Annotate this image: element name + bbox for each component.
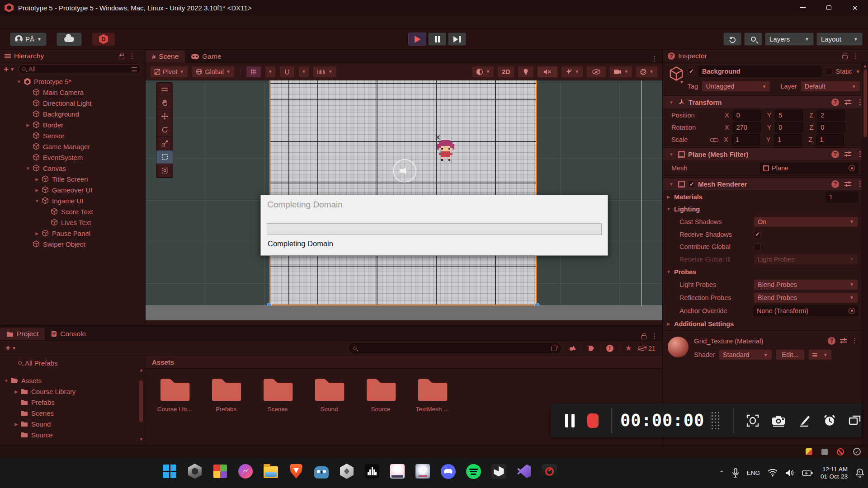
hierarchy-item[interactable]: Directional Light ⋮ — [0, 98, 145, 108]
camera-icon[interactable] — [771, 414, 786, 427]
recorder-pause-button[interactable] — [565, 414, 575, 427]
foldout-arrow-icon[interactable] — [13, 422, 20, 427]
tag-dropdown[interactable]: Untagged▼ — [702, 81, 770, 92]
taskbar-item[interactable] — [463, 461, 484, 485]
asset-folder-tile[interactable]: Course Lib... — [154, 375, 195, 413]
favorite-all-prefabs[interactable]: All Prefabs — [0, 357, 145, 369]
step-button[interactable] — [448, 33, 466, 46]
hierarchy-tab[interactable]: Hierarchy — [14, 52, 44, 60]
scene-audio-button[interactable] — [537, 66, 558, 78]
pivot-toggle-button[interactable]: Pivot▼ — [150, 66, 188, 78]
tray-overflow-button[interactable]: ⌃ — [719, 469, 724, 476]
hierarchy-item[interactable]: Title Screen ⋮ — [0, 174, 145, 184]
audio-listener-gizmo[interactable] — [393, 159, 416, 183]
mesh-object-field[interactable]: Plane — [760, 163, 858, 174]
taskbar-item[interactable] — [159, 461, 180, 485]
palette-drag-handle[interactable] — [156, 83, 173, 96]
tab-project[interactable]: Project — [0, 328, 45, 340]
asset-folder-tile[interactable]: Source — [360, 375, 401, 413]
collab-disabled-icon[interactable] — [837, 448, 844, 455]
search-button[interactable] — [744, 33, 762, 46]
shader-dropdown[interactable]: Standard▼ — [719, 349, 772, 360]
foldout-arrow-icon[interactable] — [33, 177, 41, 182]
project-tree-item[interactable]: Prefabs — [0, 397, 145, 408]
monitor-copy-icon[interactable] — [848, 414, 862, 427]
tab-scene[interactable]: # Scene — [146, 50, 185, 63]
hierarchy-item[interactable]: Canvas ⋮ — [0, 163, 145, 174]
2d-mode-button[interactable]: 2D — [497, 66, 514, 78]
hierarchy-item[interactable]: Pause Panel ⋮ — [0, 228, 145, 239]
taskbar-item[interactable] — [514, 461, 534, 485]
help-icon[interactable] — [831, 180, 839, 188]
active-checkbox[interactable] — [688, 68, 695, 75]
open-in-new-icon[interactable] — [551, 346, 557, 351]
alarm-clock-icon[interactable] — [823, 414, 836, 427]
renderer-enabled-checkbox[interactable] — [688, 181, 695, 188]
recorder-drag-handle[interactable] — [711, 411, 721, 430]
taskbar-item[interactable] — [362, 461, 382, 485]
cloud-button[interactable] — [57, 33, 82, 46]
foldout-arrow-icon[interactable] — [33, 198, 41, 203]
position-x-field[interactable]: 0 — [733, 110, 761, 121]
progress-done-icon[interactable] — [853, 448, 861, 455]
move-tool-button[interactable] — [156, 110, 173, 123]
account-button[interactable]: PÂ ▼ — [10, 33, 47, 46]
taskbar-item[interactable] — [387, 461, 408, 485]
shader-edit-button[interactable]: Edit... — [776, 349, 805, 360]
hierarchy-item[interactable]: Border ⋮ — [0, 119, 145, 130]
microphone-icon[interactable] — [732, 468, 739, 478]
battery-icon[interactable] — [802, 470, 813, 476]
cache-status-icon[interactable] — [821, 449, 828, 455]
presets-icon[interactable] — [840, 338, 847, 343]
taskbar-item[interactable] — [184, 461, 205, 485]
hierarchy-item[interactable]: Background ⋮ — [0, 108, 145, 119]
hierarchy-search-input[interactable]: All — [18, 64, 141, 74]
inspector-tab[interactable]: Inspector — [678, 52, 707, 60]
hierarchy-item[interactable]: EventSystem ⋮ — [0, 152, 145, 163]
save-search-button[interactable]: ★ — [619, 343, 637, 354]
mesh-filter-header[interactable]: Plane (Mesh Filter) ⋮ — [663, 147, 868, 161]
grid-visibility-button[interactable] — [246, 66, 261, 78]
language-indicator[interactable]: ENG — [747, 469, 760, 476]
position-y-field[interactable]: 5 — [775, 110, 803, 121]
kebab-menu-icon[interactable]: ⋮ — [651, 55, 658, 63]
taskbar-item[interactable] — [412, 461, 433, 485]
layer-dropdown[interactable]: Default▼ — [801, 81, 860, 92]
lock-icon[interactable] — [119, 55, 124, 59]
hand-tool-button[interactable] — [156, 96, 173, 110]
project-tree-item[interactable]: Scenes — [0, 408, 145, 418]
scene-lighting-button[interactable] — [518, 66, 534, 78]
scale-x-field[interactable]: 1 — [732, 134, 760, 145]
taskbar-item[interactable] — [286, 461, 307, 485]
layout-dropdown[interactable]: Layout▼ — [816, 33, 863, 46]
foldout-arrow-icon[interactable] — [15, 79, 23, 84]
taskbar-item[interactable] — [539, 461, 560, 485]
foldout-arrow-icon[interactable] — [33, 231, 41, 236]
static-dropdown[interactable]: ▼ — [856, 69, 860, 74]
taskbar-item[interactable] — [260, 461, 281, 485]
snap-dropdown[interactable]: ▼ — [298, 66, 309, 78]
notification-bell-icon[interactable]: z — [855, 468, 864, 478]
object-picker-icon[interactable] — [849, 308, 855, 314]
taskbar-item[interactable] — [488, 461, 509, 485]
gameobject-icon[interactable]: ▼ — [669, 66, 684, 89]
draw-mode-dropdown[interactable]: ▼ — [472, 66, 494, 78]
hidden-count-button[interactable]: 21 — [637, 343, 656, 354]
wifi-icon[interactable] — [768, 469, 778, 477]
add-gameobject-button[interactable]: +▼ — [4, 64, 14, 74]
hierarchy-item[interactable]: Prototype 5* ⋮ — [0, 76, 145, 87]
contribute-gi-checkbox[interactable] — [754, 243, 761, 250]
project-tree-item[interactable]: Assets — [0, 375, 145, 386]
foldout-arrow-icon[interactable] — [668, 182, 675, 187]
hierarchy-item[interactable]: Gameover UI ⋮ — [0, 184, 145, 195]
speaker-icon[interactable] — [785, 469, 794, 477]
foldout-arrow-icon[interactable] — [3, 378, 10, 383]
devops-button[interactable]: D — [92, 33, 115, 46]
tab-console[interactable]: Console — [45, 328, 92, 340]
background-plane-object[interactable] — [269, 80, 537, 305]
asset-folder-tile[interactable]: TextMesh ... — [411, 375, 453, 413]
minimize-button[interactable] — [789, 0, 816, 15]
search-by-import-log-button[interactable] — [600, 343, 619, 354]
scale-z-field[interactable]: 1 — [816, 134, 844, 145]
scale-tool-button[interactable] — [156, 137, 173, 150]
